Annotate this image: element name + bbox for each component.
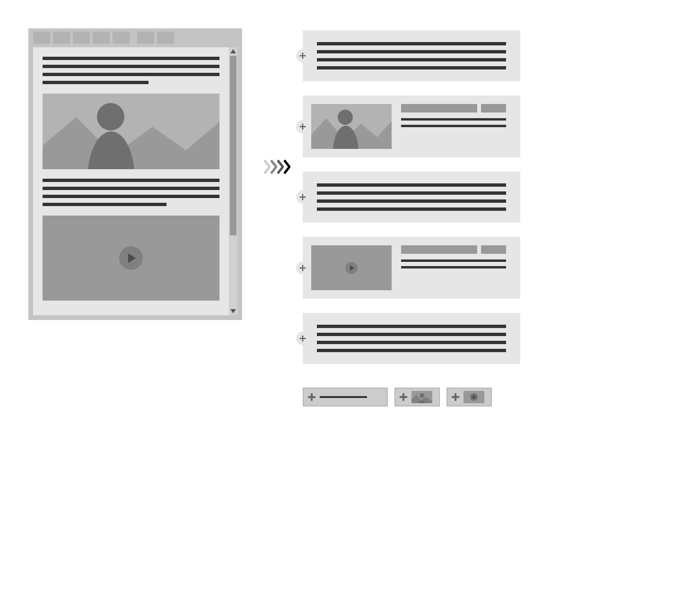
image-block[interactable]	[303, 95, 520, 157]
person-head-icon	[338, 110, 353, 125]
browser-tab[interactable]	[33, 32, 50, 44]
text-line	[43, 179, 219, 182]
svg-rect-9	[452, 396, 459, 398]
drag-handle[interactable]	[296, 120, 309, 133]
caption-placeholder	[401, 118, 506, 127]
text-line	[317, 349, 506, 352]
paragraph-placeholder	[317, 325, 506, 352]
plus-icon	[307, 393, 316, 401]
toolbar-button[interactable]	[401, 104, 477, 112]
add-block-row	[303, 388, 492, 406]
plus-icon	[451, 393, 460, 401]
image-thumb-icon	[411, 391, 432, 403]
paragraph-placeholder	[317, 42, 506, 69]
scroll-down-icon[interactable]	[230, 309, 236, 313]
paragraph-placeholder	[43, 57, 219, 84]
toolbar-button[interactable]	[401, 245, 477, 254]
text-line-icon	[320, 396, 367, 398]
drag-handle[interactable]	[296, 332, 309, 345]
move-icon	[299, 265, 306, 271]
text-block[interactable]	[303, 313, 520, 364]
play-icon	[345, 262, 358, 274]
text-line	[43, 203, 166, 206]
add-video-block-button[interactable]	[446, 388, 492, 406]
person-head-icon	[97, 103, 124, 130]
block-toolbar	[401, 245, 506, 254]
image-thumb	[311, 104, 392, 149]
browser-tab[interactable]	[137, 32, 154, 44]
browser-tab[interactable]	[157, 32, 174, 44]
text-line	[317, 199, 506, 203]
text-line	[43, 187, 219, 190]
text-line	[43, 57, 219, 60]
text-line	[317, 325, 506, 328]
text-line	[317, 42, 506, 45]
rendered-page-browser	[28, 28, 242, 320]
move-icon	[299, 194, 306, 200]
image-placeholder	[43, 94, 219, 169]
paragraph-placeholder	[317, 183, 506, 211]
text-line	[317, 191, 506, 195]
text-line	[317, 50, 506, 53]
move-icon	[299, 335, 306, 342]
drag-handle[interactable]	[296, 190, 309, 204]
scroll-up-icon[interactable]	[230, 49, 236, 53]
toolbar-button[interactable]	[481, 104, 507, 112]
play-icon	[119, 246, 143, 270]
browser-viewport	[33, 47, 229, 315]
scrollbar-thumb[interactable]	[230, 56, 236, 235]
text-line	[401, 259, 506, 262]
text-line	[317, 183, 506, 187]
text-line	[43, 73, 219, 76]
drag-handle[interactable]	[296, 49, 309, 62]
add-text-block-button[interactable]	[303, 388, 388, 406]
block-toolbar	[401, 104, 506, 112]
browser-tab[interactable]	[93, 32, 110, 44]
video-placeholder	[43, 216, 219, 301]
text-line	[317, 341, 506, 344]
text-line	[43, 195, 219, 198]
text-line	[317, 66, 506, 69]
video-thumb	[311, 245, 392, 290]
transform-arrow-icon	[264, 160, 290, 174]
browser-chrome	[28, 28, 242, 47]
text-block[interactable]	[303, 172, 520, 223]
blocks-column	[303, 30, 520, 364]
video-block[interactable]	[303, 237, 520, 299]
text-line	[317, 333, 506, 336]
caption-placeholder	[401, 259, 506, 268]
paragraph-placeholder	[43, 179, 219, 206]
browser-tab[interactable]	[113, 32, 130, 44]
text-line	[401, 125, 506, 127]
text-line	[401, 118, 506, 121]
svg-point-7	[420, 393, 424, 398]
text-line	[317, 58, 506, 61]
video-thumb-icon	[464, 391, 484, 403]
plus-icon	[399, 393, 408, 401]
add-image-block-button[interactable]	[394, 388, 440, 406]
svg-rect-3	[308, 396, 315, 398]
text-block[interactable]	[303, 30, 520, 81]
text-line	[43, 65, 219, 68]
text-line	[43, 81, 149, 84]
browser-tab[interactable]	[73, 32, 90, 44]
scrollbar[interactable]	[229, 47, 237, 315]
move-icon	[299, 123, 306, 130]
text-line	[401, 266, 506, 268]
browser-tab[interactable]	[53, 32, 70, 44]
toolbar-button[interactable]	[481, 245, 507, 254]
svg-rect-5	[400, 396, 407, 398]
move-icon	[299, 52, 306, 59]
drag-handle[interactable]	[296, 261, 309, 275]
text-line	[317, 207, 506, 211]
